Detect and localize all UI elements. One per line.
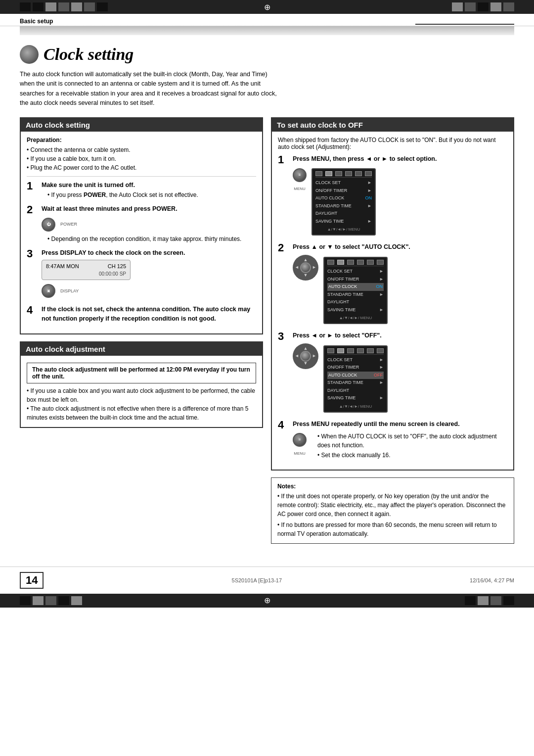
notes-list: If the unit does not operate properly, o… xyxy=(277,492,508,538)
auto-clock-setting-header: Auto clock setting xyxy=(21,118,262,132)
menu-label-4: MENU xyxy=(294,451,306,457)
footer-date: 12/16/04, 4:27 PM xyxy=(470,577,514,583)
page-title-row: Clock setting xyxy=(20,45,514,64)
menu-row-3-3: AUTO CLOCKOFF xyxy=(327,372,384,379)
menu-row-1-4: STANDARD TIME► xyxy=(315,202,372,210)
step-1-text: Make sure the unit is turned off. xyxy=(42,182,135,189)
title-circle-icon xyxy=(20,45,39,64)
menu-icon-2f xyxy=(377,260,384,265)
bottom-bar: ⊕ xyxy=(0,594,534,608)
right-step-3: 3 Press ◄ or ► to select "OFF". ▲ ▼ ◄ ► xyxy=(278,331,507,415)
prep-item-3: Plug the AC power cord to the AC outlet. xyxy=(27,163,256,172)
menu-row-2-2: ON/OFF TIMER► xyxy=(327,276,384,284)
menu-row-3-4: STANDARD TIME► xyxy=(327,379,384,387)
menu-row-3-2: ON/OFF TIMER► xyxy=(327,364,384,372)
menu-row-2-3: AUTO CLOCKON xyxy=(327,283,384,291)
display-time: 8:47AM MON xyxy=(46,262,79,271)
notes-box: Notes: If the unit does not operate prop… xyxy=(271,477,514,544)
arrow-up-icon-3: ▲ xyxy=(304,345,308,352)
menu-icon-2a xyxy=(327,260,334,265)
menu-icon-1c xyxy=(335,171,342,176)
bottom-bar-crosshair: ⊕ xyxy=(264,596,270,605)
right-step-4-num: 4 xyxy=(278,420,289,430)
menu-row-1-5: DAYLIGHT xyxy=(315,210,372,218)
menu-row-3-1: CLOCK SET► xyxy=(327,356,384,364)
menu-row-2-5: DAYLIGHT xyxy=(327,298,384,306)
menu-icon-1b xyxy=(325,171,332,176)
gray-bar xyxy=(20,26,514,35)
right-step-1-text: Press MENU, then press ◄ or ► to select … xyxy=(293,155,437,162)
step-2-content: Wait at least three minutes and press PO… xyxy=(42,204,256,243)
bottom-bar-squares xyxy=(20,596,82,605)
step-2-sub: Depending on the reception condition, it… xyxy=(47,235,256,243)
menu-nav-3: ▲/▼/◄/►/ MENU xyxy=(327,404,384,410)
top-sq-r2 xyxy=(465,2,476,11)
right-step-4-subs: When the AUTO CLOCK is set to "OFF", the… xyxy=(312,431,507,460)
step-3-num: 3 xyxy=(27,248,38,259)
right-step-4-sub-1: When the AUTO CLOCK is set to "OFF", the… xyxy=(317,432,507,450)
menu-screen-3: CLOCK SET► ON/OFF TIMER► AUTO CLOCKOFF S… xyxy=(323,345,388,413)
step-1-sub: If you press POWER, the Auto Clock set i… xyxy=(47,190,256,199)
arrow-right-icon: ► xyxy=(312,264,316,271)
arrow-right-icon-3: ► xyxy=(312,353,316,360)
step-1-num: 1 xyxy=(27,181,38,191)
basic-setup-label: Basic setup xyxy=(20,18,53,25)
display-screen: 8:47AM MON CH 125 00:00:00 SP xyxy=(42,260,131,281)
top-sq-5 xyxy=(71,2,82,11)
auto-clock-setting-body: Preparation: Connect the antenna or cabl… xyxy=(21,132,262,333)
bot-sq-r1 xyxy=(465,596,476,605)
bot-sq-2 xyxy=(33,596,44,605)
bot-sq-4 xyxy=(58,596,69,605)
menu-icon-2d xyxy=(357,260,364,265)
menu-row-1-2: ON/OFF TIMER► xyxy=(315,187,372,195)
menu-icon-3c xyxy=(347,348,354,353)
step-4: 4 If the clock is not set, check the ant… xyxy=(27,305,256,324)
menu-icon-3d xyxy=(357,348,364,353)
arrow-left-icon-3: ◄ xyxy=(295,353,299,360)
arrow-down-icon-3: ▼ xyxy=(304,360,308,367)
header-area: Basic setup xyxy=(0,14,534,26)
menu-icon-2c xyxy=(347,260,354,265)
menu-icon-3a xyxy=(327,348,334,353)
menu-icon-1e xyxy=(355,171,362,176)
power-button-icon: ⏻ xyxy=(42,218,55,232)
page-title: Clock setting xyxy=(44,45,134,64)
menu-icon-3f xyxy=(377,348,384,353)
right-step-3-num: 3 xyxy=(278,331,289,342)
bot-sq-r2 xyxy=(478,596,489,605)
right-step-3-text: Press ◄ or ► to select "OFF". xyxy=(293,332,382,339)
to-set-auto-clock-off-box: To set auto clock to OFF When shipped fr… xyxy=(271,117,514,471)
top-sq-4 xyxy=(58,2,69,11)
bot-sq-5 xyxy=(71,596,82,605)
menu-icon-3b xyxy=(337,348,344,353)
menu-screen-2: CLOCK SET► ON/OFF TIMER► AUTO CLOCKON ST… xyxy=(323,257,388,324)
display-timecode: 00:00:00 SP xyxy=(99,271,126,277)
right-step-4-content: Press MENU repeatedly until the menu scr… xyxy=(293,420,507,460)
auto-clock-adjustment-body: The auto clock adjustment will be perfor… xyxy=(21,356,262,427)
menu-screen-1: CLOCK SET► ON/OFF TIMER► AUTO CLOCKON ST… xyxy=(312,168,376,236)
menu-icon-2e xyxy=(367,260,374,265)
to-set-auto-clock-off-header: To set auto clock to OFF xyxy=(272,118,513,132)
notes-body: Notes: If the unit does not operate prop… xyxy=(271,478,514,543)
display-channel: CH 125 xyxy=(108,262,126,271)
right-step-2-content: Press ▲ or ▼ to select "AUTO CLOCK". ▲ ▼… xyxy=(293,242,507,326)
menu-row-2-6: SAVING TIME► xyxy=(327,306,384,314)
top-bar-squares xyxy=(20,2,108,11)
top-sq-r5 xyxy=(503,2,514,11)
arrow-left-icon: ◄ xyxy=(295,264,299,271)
step-3: 3 Press DISPLAY to check the clock on th… xyxy=(27,248,256,300)
top-sq-2 xyxy=(33,2,44,11)
intro-text: The auto clock function will automatical… xyxy=(20,70,277,108)
bot-sq-3 xyxy=(45,596,56,605)
notes-label: Notes: xyxy=(277,483,508,490)
right-step-3-content: Press ◄ or ► to select "OFF". ▲ ▼ ◄ ► xyxy=(293,331,507,415)
auto-clock-adjustment-box: Auto clock adjustment The auto clock adj… xyxy=(20,341,263,428)
step-1: 1 Make sure the unit is turned off. If y… xyxy=(27,181,256,200)
bot-sq-1 xyxy=(20,596,31,605)
auto-clock-setting-box: Auto clock setting Preparation: Connect … xyxy=(20,117,263,334)
bottom-bar-right-squares xyxy=(465,596,514,605)
menu-row-3-6: SAVING TIME► xyxy=(327,394,384,402)
footer-doc-id: 5S20101A [E]p13-17 xyxy=(232,577,282,583)
top-sq-r3 xyxy=(478,2,489,11)
prep-list: Connect the antenna or cable system. If … xyxy=(27,145,256,172)
